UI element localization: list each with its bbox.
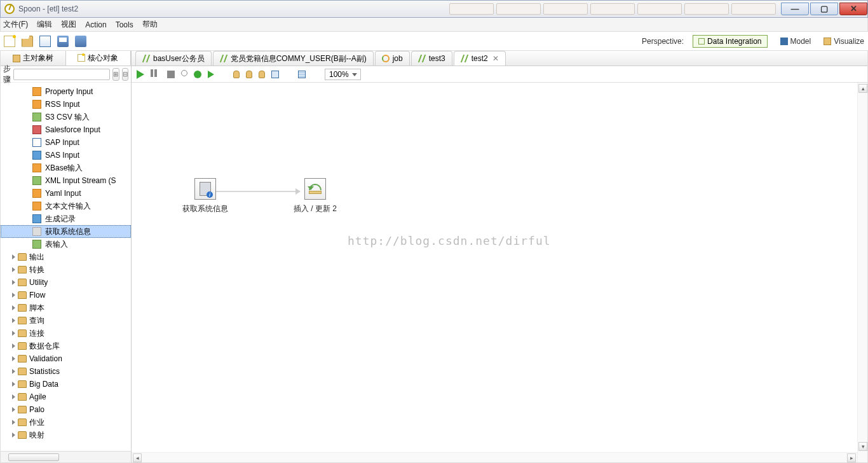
step-icon (32, 176, 41, 185)
step-icon (32, 163, 41, 172)
new-file-icon[interactable] (4, 36, 15, 47)
tree-folder-transform[interactable]: 转换 (1, 263, 131, 276)
window-title: Spoon - [etl] test2 (18, 4, 449, 13)
expand-icon (12, 394, 15, 399)
pause-icon[interactable] (151, 69, 161, 79)
workspace: 主对象树 核心对象 步骤 ⊞ ⊟ Property Input RSS Inpu… (0, 51, 868, 463)
left-tabs: 主对象树 核心对象 (1, 51, 131, 66)
tree-item-table-input[interactable]: 表输入 (1, 238, 131, 251)
show-results-icon[interactable] (298, 71, 306, 78)
steps-filter-input[interactable] (13, 69, 110, 80)
scroll-left-icon[interactable]: ◂ (133, 453, 142, 462)
tree-item-generate-rows[interactable]: 生成记录 (1, 212, 131, 225)
save-icon[interactable] (57, 36, 69, 47)
menu-help[interactable]: 帮助 (142, 19, 158, 30)
save-as-icon[interactable] (75, 36, 86, 47)
close-button[interactable]: ✕ (839, 3, 867, 15)
step-icon (32, 100, 41, 109)
step-icon (32, 125, 41, 134)
perspective-model-button[interactable]: Model (780, 37, 811, 46)
tree-item-xbase-input[interactable]: XBase输入 (1, 162, 131, 174)
perspective-data-integration-button[interactable]: Data Integration (693, 35, 767, 48)
left-hscrollbar[interactable] (1, 451, 131, 462)
canvas[interactable]: 获取系统信息 插入 / 更新 2 http://blog.csdn.net/di… (132, 83, 867, 462)
menu-file[interactable]: 文件(F) (3, 19, 28, 30)
run-icon[interactable] (137, 70, 144, 79)
tab-job[interactable]: job (375, 51, 410, 66)
explore-repo-icon[interactable] (39, 36, 51, 47)
tab-test3[interactable]: test3 (411, 51, 452, 66)
debug-icon[interactable] (194, 71, 201, 78)
data-integration-icon (698, 38, 705, 45)
tree-item-yaml-input[interactable]: Yaml Input (1, 187, 131, 200)
tree-folder-utility[interactable]: Utility (1, 276, 131, 289)
tree-item-xml-input-stream[interactable]: XML Input Stream (S (1, 174, 131, 187)
tree-folder-statistics[interactable]: Statistics (1, 365, 131, 378)
tree-item-salesforce-input[interactable]: Salesforce Input (1, 123, 131, 136)
tree-item-sap-input[interactable]: SAP Input (1, 136, 131, 149)
tree-item-s3-csv-input[interactable]: S3 CSV 输入 (1, 111, 131, 123)
tree-folder-script[interactable]: 脚本 (1, 301, 131, 314)
tree-folder-output[interactable]: 输出 (1, 251, 131, 263)
menu-action[interactable]: Action (85, 20, 106, 29)
explore-db-icon[interactable] (271, 71, 279, 78)
job-icon (382, 55, 390, 62)
folder-icon (18, 291, 27, 299)
tree-folder-flow[interactable]: Flow (1, 289, 131, 301)
tree-item-sas-input[interactable]: SAS Input (1, 149, 131, 162)
menu-tools[interactable]: Tools (116, 20, 133, 29)
tab-commy-user[interactable]: 党员党籍信息COMMY_USER(B副--A副) (213, 51, 374, 66)
step-box (194, 178, 216, 200)
scroll-up-icon[interactable]: ▴ (858, 84, 867, 93)
tree-folder-mapping[interactable]: 映射 (1, 429, 131, 441)
steps-tree[interactable]: Property Input RSS Input S3 CSV 输入 Sales… (1, 83, 131, 451)
transformation-icon (418, 55, 426, 62)
tree-item-rss-input[interactable]: RSS Input (1, 98, 131, 111)
tree-item-get-system-info[interactable]: 获取系统信息 (1, 225, 131, 238)
canvas-vscrollbar[interactable]: ▴ ▾ (857, 83, 867, 462)
step-insert-update[interactable]: 插入 / 更新 2 (294, 178, 337, 214)
scroll-right-icon[interactable]: ▸ (847, 453, 856, 462)
perspective-visualize-button[interactable]: Visualize (824, 37, 864, 46)
expand-icon (12, 432, 15, 438)
tree-folder-query[interactable]: 查询 (1, 314, 131, 327)
tree-folder-palo[interactable]: Palo (1, 403, 131, 416)
tree-folder-validation[interactable]: Validation (1, 352, 131, 365)
replay-icon[interactable] (208, 71, 214, 78)
folder-icon (18, 253, 27, 261)
scrollbar-thumb[interactable] (8, 453, 59, 461)
zoom-select[interactable]: 100% (325, 69, 361, 80)
close-tab-icon[interactable]: ✕ (492, 54, 499, 63)
tree-folder-bigdata[interactable]: Big Data (1, 378, 131, 390)
collapse-all-button[interactable]: ⊟ (122, 68, 129, 81)
menu-edit[interactable]: 编辑 (37, 19, 52, 30)
verify-icon[interactable] (233, 71, 240, 78)
tab-test2[interactable]: test2✕ (454, 51, 506, 66)
impact-icon[interactable] (246, 71, 252, 78)
step-label: 获取系统信息 (182, 204, 228, 214)
tree-folder-datawarehouse[interactable]: 数据仓库 (1, 340, 131, 352)
preview-icon[interactable] (181, 70, 187, 76)
tree-item-text-file-input[interactable]: 文本文件输入 (1, 200, 131, 212)
tab-core-objects[interactable]: 核心对象 (66, 51, 132, 66)
tree-folder-job[interactable]: 作业 (1, 416, 131, 429)
maximize-button[interactable]: ▢ (810, 3, 838, 15)
sql-icon[interactable] (259, 71, 265, 78)
step-get-system-info[interactable]: 获取系统信息 (182, 178, 228, 214)
tree-item-property-input[interactable]: Property Input (1, 85, 131, 98)
minimize-button[interactable]: — (781, 3, 809, 15)
open-file-icon[interactable] (22, 36, 33, 47)
tree-icon (13, 55, 20, 62)
stop-icon[interactable] (167, 71, 175, 78)
watermark-text: http://blog.csdn.net/dirful (348, 234, 551, 247)
menu-view[interactable]: 视图 (61, 19, 76, 30)
steps-filter-row: 步骤 ⊞ ⊟ (1, 66, 131, 83)
folder-icon (18, 393, 27, 401)
tab-basuser[interactable]: basUser公务员 (135, 51, 212, 66)
scroll-down-icon[interactable]: ▾ (858, 442, 867, 451)
tree-folder-agile[interactable]: Agile (1, 390, 131, 403)
canvas-hscrollbar[interactable]: ◂ ▸ (132, 452, 857, 462)
step-icon (32, 138, 41, 147)
expand-all-button[interactable]: ⊞ (112, 68, 119, 81)
tree-folder-join[interactable]: 连接 (1, 327, 131, 340)
